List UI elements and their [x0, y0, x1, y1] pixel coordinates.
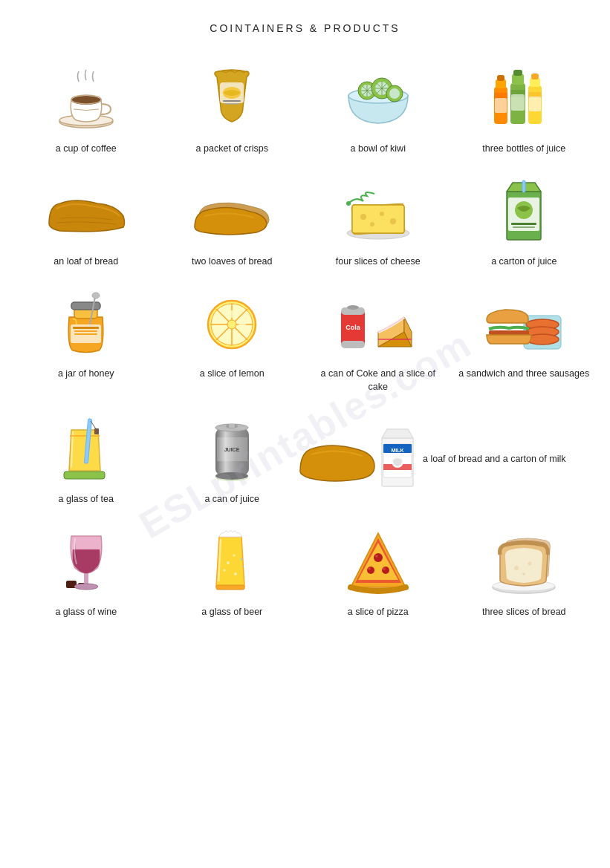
- svg-text:JUICE: JUICE: [224, 447, 239, 452]
- icon-slices-bread: [479, 526, 568, 600]
- item-glass-tea: a glass of tea: [15, 407, 158, 512]
- item-carton-juice: a carton of juice: [453, 169, 596, 275]
- svg-rect-61: [74, 333, 97, 335]
- svg-point-107: [227, 561, 230, 564]
- svg-point-2: [71, 96, 101, 105]
- icon-bowl-kiwi: [334, 62, 423, 137]
- icon-two-loaves: [187, 175, 276, 249]
- item-cup-coffee: a cup of coffee: [15, 56, 158, 162]
- icon-jar-honey: [42, 287, 131, 362]
- icon-can-coke-cake: Cola: [334, 287, 423, 362]
- icon-slices-cheese: [334, 175, 423, 249]
- item-can-coke-cake: Cola a can of Coke and a slice of cake: [307, 281, 450, 399]
- svg-point-123: [528, 562, 532, 566]
- svg-rect-28: [512, 74, 524, 85]
- page-title: COINTAINERS & PRODUCTS: [15, 22, 595, 34]
- svg-point-115: [367, 567, 374, 574]
- svg-rect-37: [529, 97, 541, 111]
- label-loaf-bread: an loaf of bread: [53, 255, 118, 269]
- svg-rect-59: [73, 327, 99, 329]
- svg-point-106: [74, 584, 98, 590]
- svg-text:MILK: MILK: [391, 448, 403, 453]
- item-slices-cheese: four slices of cheese: [307, 169, 450, 275]
- icon-cup-coffee: [42, 62, 131, 137]
- svg-point-110: [234, 572, 237, 575]
- svg-rect-25: [497, 75, 504, 81]
- svg-rect-87: [94, 428, 99, 434]
- item-two-loaves: two loaves of bread: [161, 169, 304, 275]
- svg-rect-82: [489, 330, 529, 335]
- item-sandwich-sausages: a sandwich and three sausages: [453, 281, 596, 399]
- item-slice-pizza: a slice of pizza: [307, 520, 450, 625]
- svg-rect-6: [223, 100, 241, 102]
- svg-point-112: [241, 558, 243, 560]
- label-bowl-kiwi: a bowl of kiwi: [351, 143, 406, 156]
- items-grid: a cup of coffee: [15, 56, 595, 624]
- label-bottles-juice: three bottles of juice: [482, 143, 565, 156]
- svg-text:Cola: Cola: [345, 324, 360, 331]
- svg-rect-29: [513, 70, 522, 76]
- svg-rect-94: [229, 424, 235, 428]
- icon-glass-wine: [42, 526, 131, 600]
- item-slices-bread: three slices of bread: [453, 520, 596, 625]
- icon-packet-crisps: [187, 62, 276, 137]
- icon-glass-tea: [42, 413, 131, 487]
- label-sandwich-sausages: a sandwich and three sausages: [458, 368, 589, 381]
- item-bowl-kiwi: a bowl of kiwi: [307, 56, 450, 162]
- item-slice-lemon: a slice of lemon: [161, 281, 304, 399]
- item-loaf-bread-milk: MILK a loaf of bread and a carton of mil…: [307, 407, 595, 512]
- item-jar-honey: a jar of honey: [15, 281, 158, 399]
- svg-point-76: [347, 305, 359, 310]
- label-slice-pizza: a slice of pizza: [348, 606, 409, 619]
- svg-point-44: [380, 212, 384, 216]
- svg-point-22: [389, 88, 400, 99]
- label-packet-crisps: a packet of crisps: [196, 143, 268, 156]
- icon-slice-lemon: [187, 287, 276, 362]
- label-slice-lemon: a slice of lemon: [200, 368, 265, 381]
- page: ESLprintables.com COINTAINERS & PRODUCTS: [0, 0, 610, 868]
- svg-rect-42: [352, 205, 404, 233]
- label-carton-juice: a carton of juice: [491, 255, 557, 269]
- svg-rect-26: [494, 93, 507, 99]
- svg-point-68: [227, 320, 236, 329]
- label-slices-bread: three slices of bread: [482, 606, 566, 619]
- svg-rect-73: [341, 341, 365, 348]
- svg-rect-55: [71, 302, 100, 310]
- svg-rect-33: [531, 74, 539, 79]
- svg-point-108: [233, 554, 236, 556]
- item-can-juice: JUICE a can of juice: [161, 407, 304, 512]
- item-glass-beer: a glass of beer: [161, 520, 304, 625]
- icon-glass-beer: [187, 526, 276, 600]
- svg-point-114: [374, 553, 383, 562]
- label-loaf-bread-milk: a loaf of bread and a carton of milk: [423, 453, 565, 466]
- svg-rect-7: [224, 103, 239, 105]
- label-can-coke-cake: a can of Coke and a slice of cake: [310, 368, 447, 394]
- icon-can-juice: JUICE: [187, 413, 276, 487]
- svg-rect-83: [64, 471, 105, 479]
- item-packet-crisps: a packet of crisps: [161, 56, 304, 162]
- svg-rect-111: [216, 585, 244, 590]
- svg-point-47: [346, 201, 351, 206]
- svg-point-43: [360, 214, 366, 220]
- icon-loaf-bread: [42, 175, 131, 249]
- label-glass-tea: a glass of tea: [59, 493, 114, 506]
- svg-point-46: [370, 222, 374, 226]
- svg-point-113: [242, 566, 244, 567]
- icon-slice-pizza: [334, 526, 423, 600]
- label-can-juice: a can of juice: [204, 493, 259, 506]
- svg-rect-52: [511, 223, 536, 225]
- svg-point-118: [368, 567, 371, 570]
- svg-point-45: [390, 218, 396, 224]
- svg-rect-60: [74, 330, 97, 332]
- label-cup-coffee: a cup of coffee: [56, 143, 117, 156]
- svg-point-109: [224, 569, 226, 571]
- label-slices-cheese: four slices of cheese: [336, 255, 421, 269]
- svg-point-69: [230, 310, 234, 318]
- svg-rect-49: [522, 180, 525, 192]
- icon-sandwich-sausages: [479, 287, 568, 362]
- svg-rect-35: [495, 98, 507, 113]
- item-bottles-juice: three bottles of juice: [453, 56, 596, 162]
- svg-point-92: [215, 472, 248, 480]
- svg-point-70: [239, 322, 246, 327]
- label-jar-honey: a jar of honey: [58, 368, 114, 381]
